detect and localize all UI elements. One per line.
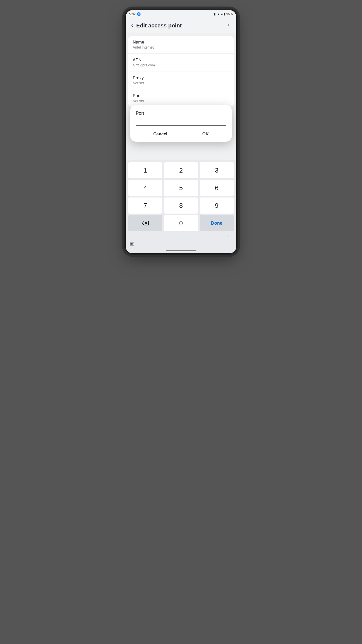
phone-screen: 5:32 0 ▮ ▲ ◂ ▮ 95% Edit access point Nam… (126, 10, 236, 253)
port-input[interactable] (136, 117, 226, 126)
ok-button[interactable]: OK (196, 130, 215, 138)
dialog-backdrop: Port Cancel OK (126, 10, 236, 253)
port-dialog: Port Cancel OK (130, 105, 232, 142)
dialog-label: Port (136, 111, 226, 116)
dialog-actions: Cancel OK (136, 126, 226, 142)
text-cursor (136, 118, 136, 124)
cancel-button[interactable]: Cancel (147, 130, 173, 138)
